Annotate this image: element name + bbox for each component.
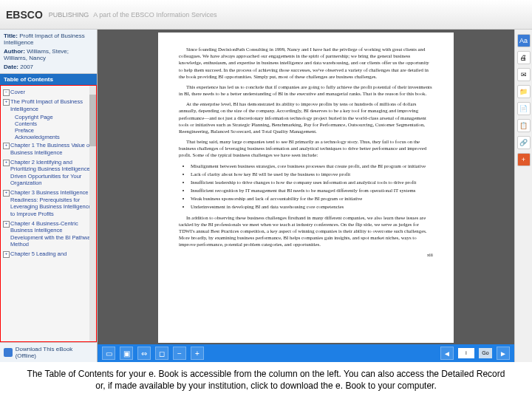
right-toolbar: Aa 🖨 ✉ 📁 📄 📋 🔗 +	[514, 30, 532, 362]
folder-icon[interactable]: 📁	[517, 85, 531, 98]
page-bullet: Misalignment between business strategies…	[191, 163, 433, 169]
page-para: This experience has led us to conclude t…	[179, 83, 433, 97]
date-value: 2007	[20, 64, 33, 70]
toc-item[interactable]: Contents	[3, 120, 94, 127]
print-icon[interactable]: 🖨	[517, 51, 531, 64]
toc-item[interactable]: Chapter 4 Business-Centric Business Inte…	[3, 219, 94, 250]
font-tool-icon[interactable]: Aa	[517, 34, 531, 47]
next-page-icon[interactable]: ►	[497, 347, 510, 360]
download-label: Download This eBook (Offline)	[16, 346, 93, 359]
toc-item[interactable]: The Profit Impact of Business Intelligen…	[3, 97, 94, 114]
page-bullet: Insufficient leadership to drive changes…	[191, 179, 433, 185]
toc-item[interactable]: Cover	[3, 87, 94, 97]
page-para: At the enterprise level, BI has demonstr…	[179, 100, 433, 134]
cite-icon[interactable]: 📋	[517, 119, 531, 132]
toc-item[interactable]: Chapter 3 Business Intelligence Readines…	[3, 188, 94, 219]
logo-publishing: PUBLISHING	[49, 11, 89, 18]
toc-item[interactable]: Chapter 1 The Business Value of Business…	[3, 140, 94, 157]
prev-page-icon[interactable]: ◄	[440, 347, 454, 360]
download-ebook-button[interactable]: Download This eBook (Offline)	[0, 342, 97, 362]
toc-item[interactable]: Acknowledgments	[3, 134, 94, 140]
toc-heading: Table of Contents	[0, 74, 97, 85]
fit-page-icon[interactable]: ◻	[155, 347, 168, 360]
page-para: Since founding DecisionPath Consulting i…	[179, 46, 433, 80]
share-icon[interactable]: +	[517, 153, 531, 166]
page-bullet: Weak business sponsorship and lack of ac…	[191, 195, 433, 202]
caption-text: The Table of Contents for your e. Book i…	[0, 362, 532, 392]
zoom-in-icon[interactable]: +	[191, 347, 204, 360]
page-bullet: Underinvestment in developing BI and dat…	[191, 203, 433, 210]
page-bullet: Insufficient recognition by IT managemen…	[191, 187, 433, 194]
reader-pane: Since founding DecisionPath Consulting i…	[98, 30, 514, 362]
left-sidebar: Title: Profit Impact of Business Intelli…	[0, 30, 98, 362]
permalink-icon[interactable]: 🔗	[517, 136, 531, 149]
reader-toolbar: ▭ ▣ ⇔ ◻ − + ◄ i Go ►	[98, 344, 514, 362]
toc-container: CoverThe Profit Impact of Business Intel…	[0, 85, 97, 342]
toc-item[interactable]: Chapter 2 Identifying and Prioritizing B…	[3, 157, 94, 188]
email-icon[interactable]: ✉	[517, 68, 531, 81]
logo-ebsco: EBSCO	[6, 9, 43, 21]
author-label: Author:	[4, 48, 25, 55]
toc-item[interactable]: Preface	[3, 127, 94, 134]
page-input[interactable]: i	[458, 348, 474, 358]
toc-item[interactable]: Chapter 5 Leading and	[3, 249, 94, 259]
zoom-out-icon[interactable]: −	[173, 347, 186, 360]
view-single-icon[interactable]: ▭	[102, 347, 115, 360]
toc-scrollbar[interactable]	[89, 86, 96, 341]
book-metadata: Title: Profit Impact of Business Intelli…	[0, 30, 97, 74]
page-number: xiii	[179, 252, 433, 258]
title-label: Title:	[4, 33, 18, 39]
date-label: Date:	[4, 64, 18, 70]
fit-width-icon[interactable]: ⇔	[137, 347, 151, 360]
page-bullet: Lack of clarity about how key BI will be…	[191, 171, 433, 177]
page-content: Since founding DecisionPath Consulting i…	[158, 33, 454, 343]
page-para: In addition to observing these business …	[179, 214, 433, 248]
app-header: EBSCO PUBLISHING A part of the EBSCO Inf…	[0, 0, 532, 30]
save-page-icon[interactable]: 📄	[517, 102, 531, 115]
go-button[interactable]: Go	[479, 348, 492, 358]
tagline: A part of the EBSCO Information Services	[93, 11, 216, 18]
toc-item[interactable]: Copyright Page	[3, 114, 94, 120]
view-double-icon[interactable]: ▣	[120, 347, 133, 360]
download-icon	[4, 348, 13, 357]
page-para: That being said, many large companies te…	[179, 138, 433, 159]
